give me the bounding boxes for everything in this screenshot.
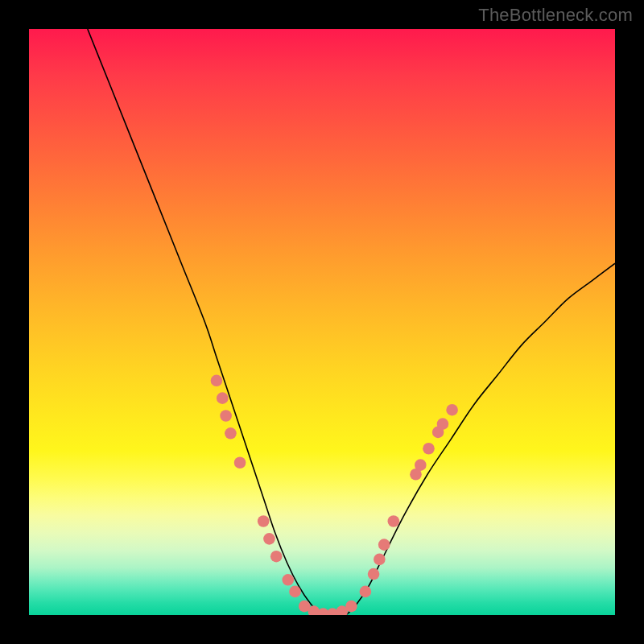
- marker-dot: [446, 404, 458, 416]
- marker-dot: [263, 533, 275, 545]
- marker-dot: [258, 515, 270, 527]
- bottleneck-curve: [88, 29, 615, 615]
- marker-dot: [289, 586, 301, 598]
- marker-dot: [234, 456, 246, 469]
- marker-dot: [378, 539, 390, 551]
- marker-dot: [415, 459, 427, 471]
- watermark-text: TheBottleneck.com: [478, 5, 633, 26]
- marker-dot: [225, 427, 237, 440]
- marker-dot: [360, 586, 372, 598]
- marker-dot: [217, 392, 229, 404]
- marker-dot: [423, 443, 435, 455]
- curve-layer: [29, 29, 615, 615]
- marker-dot: [270, 551, 283, 563]
- marker-dot: [211, 375, 223, 387]
- marker-dot: [437, 418, 449, 430]
- curve-markers: [211, 375, 458, 616]
- marker-dot: [374, 554, 386, 566]
- marker-dot: [220, 410, 232, 422]
- chart-frame: TheBottleneck.com: [0, 0, 644, 644]
- marker-dot: [388, 515, 400, 527]
- marker-dot: [345, 601, 357, 613]
- marker-dot: [368, 568, 380, 580]
- plot-area: [29, 29, 615, 615]
- marker-dot: [282, 574, 294, 586]
